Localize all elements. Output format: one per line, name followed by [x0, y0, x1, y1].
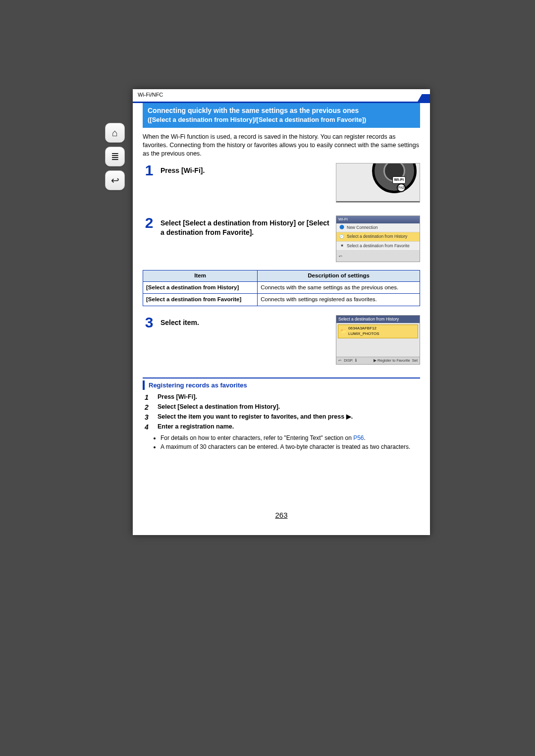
info-icon: ℹ	[355, 358, 357, 363]
back-icon: ⤺	[339, 253, 343, 259]
step-number: 2	[143, 216, 156, 230]
menu-item-favorite: ★ Select a destination from Favorite	[336, 242, 420, 251]
sub-step-text: Enter a registration name.	[158, 423, 234, 432]
table-row: [Select a destination from Favorite] Con…	[143, 294, 420, 306]
history-header: Select a destination from History	[336, 316, 420, 323]
home-icon: ⌂	[112, 127, 118, 139]
sub-steps: 1Press [Wi-Fi]. 2Select [Select a destin…	[143, 393, 420, 432]
menu-item-label: New Connection	[347, 225, 377, 230]
step-1: 1 Press [Wi-Fi]. Wi-Fi Fn2	[143, 163, 420, 203]
table-row: [Select a destination from History] Conn…	[143, 281, 420, 294]
back-icon: ↩	[111, 174, 119, 186]
back-icon: ⤺	[338, 358, 342, 363]
list-icon: ≣	[111, 151, 119, 162]
menu-header: Wi-Fi	[336, 216, 420, 223]
subsection-heading: Registering records as favorites	[143, 380, 420, 390]
step-2: 2 Select [Select a destination from Hist…	[143, 216, 420, 262]
step-number: 1	[143, 163, 156, 178]
menu-item-label: Select a destination from Favorite	[347, 243, 410, 249]
section-title: Connecting quickly with the same setting…	[143, 103, 420, 128]
cell-desc: Connects with settings registered as fav…	[258, 294, 420, 306]
sub-step: 1Press [Wi-Fi].	[145, 393, 420, 402]
breadcrumb-text: Wi-Fi/NFC	[138, 92, 163, 98]
figure-history-screen: Select a destination from History 📁 0634…	[336, 315, 420, 365]
wifi-label-icon: Wi-Fi	[392, 176, 406, 184]
history-item-name: LUMIX_PHOTOS	[348, 331, 379, 337]
sub-step-text: Press [Wi-Fi].	[158, 393, 197, 402]
fn2-button-icon: Fn2	[397, 183, 406, 192]
globe-icon: 🔵	[339, 225, 345, 230]
cell-item: [Select a destination from History]	[143, 281, 258, 294]
step-text: Press [Wi-Fi].	[160, 163, 331, 175]
intro-paragraph: When the Wi-Fi function is used, a recor…	[143, 133, 420, 158]
th-item: Item	[143, 270, 258, 282]
side-nav: ⌂ ≣ ↩	[105, 123, 129, 190]
sub-step: 3Select the item you want to register to…	[145, 413, 420, 422]
nav-home-button[interactable]: ⌂	[105, 123, 125, 143]
history-selected-item: 📁 0634A3AFBF12 LUMIX_PHOTOS	[338, 324, 418, 338]
step-text: Select item.	[160, 315, 331, 327]
menu-item-new-connection: 🔵 New Connection	[336, 223, 420, 232]
sub-step: 4Enter a registration name.	[145, 423, 420, 432]
set-label: Set	[412, 358, 418, 363]
cell-item: [Select a destination from Favorite]	[143, 294, 258, 306]
manual-page: Wi-Fi/NFC Connecting quickly with the sa…	[133, 89, 430, 535]
step-3: 3 Select item. Select a destination from…	[143, 315, 420, 365]
menu-item-label: Select a destination from History	[347, 234, 407, 239]
section-title-line2: ([Select a destination from History]/[Se…	[148, 115, 415, 124]
page-number: 263	[143, 510, 420, 520]
notes: For details on how to enter characters, …	[143, 434, 420, 451]
note-item: A maximum of 30 characters can be entere…	[160, 443, 420, 451]
step-number: 3	[143, 315, 156, 330]
divider	[143, 378, 420, 378]
nav-toc-button[interactable]: ≣	[105, 147, 125, 166]
menu-footer: ⤺	[336, 251, 420, 262]
sub-step-text: Select [Select a destination from Histor…	[158, 403, 280, 412]
star-icon: ★	[339, 243, 345, 248]
history-item-code: 0634A3AFBF12	[348, 326, 379, 331]
note-item: For details on how to enter characters, …	[160, 434, 420, 442]
figure-dial: Wi-Fi Fn2	[336, 163, 420, 203]
th-desc: Description of settings	[258, 270, 420, 282]
disp-label: DISP.	[344, 358, 353, 363]
menu-item-history: 🕘 Select a destination from History	[336, 232, 420, 241]
history-icon: 🕘	[339, 234, 345, 239]
sub-step: 2Select [Select a destination from Histo…	[145, 403, 420, 412]
settings-table: Item Description of settings [Select a d…	[143, 270, 420, 306]
nav-back-button[interactable]: ↩	[105, 170, 125, 190]
sub-step-text: Select the item you want to register to …	[158, 413, 353, 422]
folder-icon: 📁	[340, 328, 346, 335]
breadcrumb: Wi-Fi/NFC	[133, 89, 430, 103]
section-title-line1: Connecting quickly with the same setting…	[148, 106, 415, 115]
page-ref-link[interactable]: P56	[353, 434, 364, 441]
figure-wifi-menu: Wi-Fi 🔵 New Connection 🕘 Select a destin…	[336, 216, 420, 262]
step-text: Select [Select a destination from Histor…	[160, 216, 331, 237]
cell-desc: Connects with the same settings as the p…	[258, 281, 420, 294]
register-favorite-label: ▶ Register to Favorite	[374, 358, 410, 363]
history-footer: ⤺ DISP. ℹ ▶ Register to Favorite Set	[336, 357, 420, 364]
